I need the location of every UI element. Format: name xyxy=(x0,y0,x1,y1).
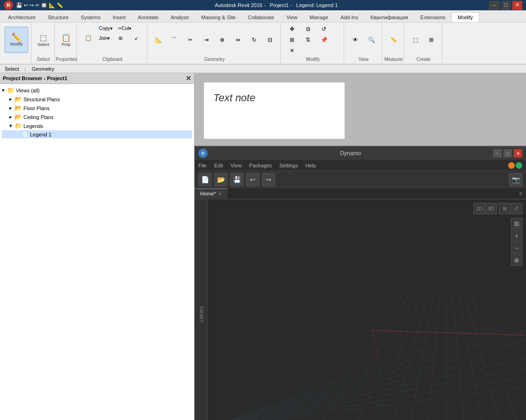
pb-ceiling-icon: 📂 xyxy=(15,113,22,120)
hide-btn[interactable]: 👁 xyxy=(348,35,363,45)
create-part-btn[interactable]: ⊞ xyxy=(424,35,439,45)
tab-annotate[interactable]: Annotate xyxy=(132,12,165,22)
cut-icon: ✂ xyxy=(118,26,122,31)
tab-collaborate[interactable]: Collaborate xyxy=(242,12,280,22)
arc-btn[interactable]: ⌒ xyxy=(167,35,182,45)
select-bar-geometry[interactable]: Geometry xyxy=(30,66,91,72)
select-btn[interactable]: ⬚ Select xyxy=(35,32,52,48)
offset-btn[interactable]: ⇥ xyxy=(199,35,214,45)
tab-architecture[interactable]: Architecture xyxy=(2,12,42,22)
pb-ceiling-plans[interactable]: ▸ 📂 Ceiling Plans xyxy=(2,112,192,121)
svg-line-3 xyxy=(207,359,526,420)
mirror-btn[interactable]: ⇔ xyxy=(231,35,246,45)
dynamo-menu-settings[interactable]: Settings xyxy=(279,163,298,168)
flip-btn[interactable]: ⇅ xyxy=(301,35,316,45)
window-controls[interactable]: － □ ✕ xyxy=(489,1,522,10)
dynamo-menu-packages[interactable]: Packages xyxy=(249,163,271,168)
dynamo-menu-edit[interactable]: Edit xyxy=(214,163,223,168)
dynamo-maximize-btn[interactable]: □ xyxy=(503,149,512,158)
dynamo-minimize-btn[interactable]: － xyxy=(493,149,502,158)
tab-kvantif[interactable]: Квантификация xyxy=(364,12,414,22)
pb-views-all[interactable]: ▾ 📁 Views (all) xyxy=(2,86,192,95)
view-ctrl-reset[interactable]: ↺ xyxy=(511,203,522,214)
dynamo-new-btn[interactable]: 📄 xyxy=(198,173,211,186)
tab-structure[interactable]: Structure xyxy=(42,12,75,22)
svg-line-15 xyxy=(336,293,409,420)
dynamo-menu-view[interactable]: View xyxy=(231,163,242,168)
tab-insert[interactable]: Insert xyxy=(107,12,132,22)
pb-legend1-icon: 📄 xyxy=(22,131,29,137)
copy2-btn[interactable]: ⧉ xyxy=(301,24,316,34)
dynamo-home-tab[interactable]: Home* ✕ xyxy=(195,188,227,198)
properties-btn[interactable]: 📋 Prop xyxy=(59,32,74,48)
rotate-btn[interactable]: ↻ xyxy=(247,35,262,45)
dynamo-close-btn[interactable]: ✕ xyxy=(514,149,522,158)
view-ctrl-3d[interactable]: 3D xyxy=(485,203,496,214)
clipboard-arrow[interactable]: ↙ xyxy=(129,33,144,43)
view-ctrl-fit[interactable]: ⊞ xyxy=(499,203,511,214)
line-icon: 📐 xyxy=(155,37,162,43)
pb-structural-label: Structural Plans xyxy=(23,97,60,102)
rotate2-btn[interactable]: ↺ xyxy=(316,24,331,34)
svg-line-25 xyxy=(471,293,520,420)
dynamo-save-btn[interactable]: 💾 xyxy=(230,173,243,186)
select-group-label: Select xyxy=(32,57,54,62)
line-btn[interactable]: 📐 xyxy=(151,35,166,45)
dynamo-undo-btn[interactable]: ↩ xyxy=(246,173,259,186)
svg-line-0 xyxy=(207,387,526,420)
join-btn[interactable]: Join▾ xyxy=(97,33,112,43)
array-btn[interactable]: ⊞ xyxy=(285,35,300,45)
tab-systems[interactable]: Systems xyxy=(75,12,106,22)
pb-structural-plans[interactable]: ▸ 📂 Structural Plans xyxy=(2,95,192,104)
delete-btn[interactable]: ✕ xyxy=(285,46,300,55)
pb-close-btn[interactable]: ✕ xyxy=(186,75,191,82)
svg-line-22 xyxy=(452,293,465,420)
tab-view[interactable]: View xyxy=(280,12,304,22)
copy-btn[interactable]: 📄 Copy▾ xyxy=(91,24,114,32)
create-group-btn[interactable]: ⬚ xyxy=(408,35,423,45)
cut-btn[interactable]: ✂ Cut▾ xyxy=(116,24,134,32)
clipboard-extra[interactable]: ⊞ xyxy=(113,33,128,43)
dynamo-open-btn[interactable]: 📂 xyxy=(214,173,227,186)
pb-legend1[interactable]: 📄 Legend 1 xyxy=(2,130,192,138)
pin-icon: 📌 xyxy=(321,37,328,43)
dynamo-menu-file[interactable]: File xyxy=(198,163,207,168)
ribbon-tabs: Architecture Structure Systems Insert An… xyxy=(0,10,526,22)
dynamo-canvas[interactable]: Library xyxy=(195,199,526,420)
dynamo-home-tab-close[interactable]: ✕ xyxy=(218,191,222,196)
move-btn[interactable]: ✥ xyxy=(285,24,300,34)
svg-line-16 xyxy=(354,293,415,420)
pin-btn[interactable]: 📌 xyxy=(316,35,331,45)
pb-legends-icon: 📁 xyxy=(15,122,22,129)
dynamo-menu-help[interactable]: Help xyxy=(305,163,316,168)
modify-button[interactable]: ✏️ Modify xyxy=(5,27,28,53)
dynamo-tab-menu[interactable]: ≡ xyxy=(519,190,526,197)
tab-massing[interactable]: Massing & Site xyxy=(195,12,241,22)
pb-legends[interactable]: ▾ 📁 Legends xyxy=(2,121,192,130)
delete-icon: ✕ xyxy=(290,47,294,54)
select-bar-select[interactable]: Select xyxy=(3,66,21,72)
zoom-fit-btn[interactable]: ⊞ xyxy=(511,218,522,229)
view-ctrl-2d[interactable]: 2D xyxy=(474,203,485,214)
dynamo-screenshot-btn[interactable]: 📷 xyxy=(509,173,522,186)
trim-btn[interactable]: ✂ xyxy=(183,35,198,45)
zoom-plus-btn[interactable]: ⊕ xyxy=(511,255,522,266)
tab-addins[interactable]: Add-Ins xyxy=(334,12,364,22)
measure-btn[interactable]: 📏 xyxy=(386,35,401,45)
tab-modify[interactable]: Modify xyxy=(451,12,479,22)
zoom-in-btn[interactable]: + xyxy=(511,230,522,241)
pb-views-label: Views (all) xyxy=(16,88,40,93)
pb-floor-plans[interactable]: ▸ 📂 Floor Plans xyxy=(2,104,192,112)
tab-extensions[interactable]: Extensions xyxy=(414,12,452,22)
tab-manage[interactable]: Manage xyxy=(304,12,335,22)
legend-area: Text note xyxy=(195,73,526,146)
tab-analyze[interactable]: Analyze xyxy=(165,12,195,22)
scale-btn[interactable]: ⊕ xyxy=(215,35,230,45)
align-btn[interactable]: ⊟ xyxy=(263,35,278,45)
zoom-out-btn[interactable]: − xyxy=(511,242,522,254)
paste-btn[interactable]: 📋 xyxy=(81,33,96,43)
reveal-btn[interactable]: 🔍 xyxy=(364,35,379,45)
modify-icon: ✏️ xyxy=(11,33,22,42)
dynamo-redo-btn[interactable]: ↪ xyxy=(262,173,275,186)
properties-icon: 📋 xyxy=(61,33,71,42)
